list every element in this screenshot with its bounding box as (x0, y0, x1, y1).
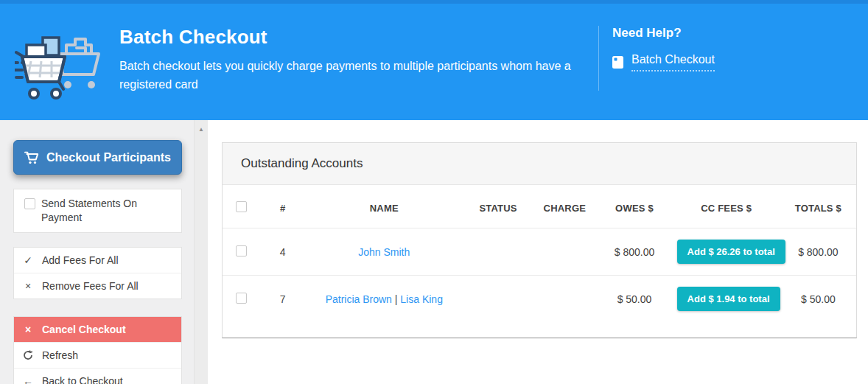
total-cell: $ 50.00 (780, 276, 856, 323)
page-subtitle: Batch checkout lets you quickly charge p… (119, 57, 591, 94)
checkout-participants-label: Checkout Participants (46, 151, 171, 164)
add-fee-to-total-button[interactable]: Add $ 26.26 to total (677, 240, 785, 264)
participant-number: 7 (261, 276, 305, 323)
participant-link[interactable]: Patricia Brown (326, 293, 392, 305)
owes-cell: $ 800.00 (596, 228, 672, 276)
shopping-cart-illustration-icon (15, 24, 103, 102)
header-text-block: Batch Checkout Batch checkout lets you q… (119, 22, 591, 94)
x-icon: × (23, 324, 33, 335)
column-header-owes: OWES $ (596, 185, 672, 228)
charge-cell (533, 228, 596, 276)
row-checkbox[interactable] (236, 293, 247, 304)
send-statements-checkbox[interactable] (24, 198, 35, 209)
participant-number: 4 (261, 228, 305, 276)
send-statements-label: Send Statements On Payment (41, 197, 172, 225)
page-title: Batch Checkout (119, 26, 591, 49)
add-fees-for-all-item[interactable]: ✓ Add Fees For All (14, 248, 181, 273)
row-checkbox[interactable] (236, 245, 247, 256)
content-area: Checkout Participants Send Statements On… (0, 120, 868, 384)
checkout-participants-button[interactable]: Checkout Participants (13, 140, 182, 175)
refresh-item[interactable]: Refresh (14, 342, 181, 368)
help-link-batch-checkout[interactable]: Batch Checkout (631, 53, 715, 71)
need-help-title: Need Help? (612, 26, 715, 41)
column-header-number: # (261, 185, 305, 228)
total-cell: $ 800.00 (780, 228, 856, 276)
back-to-checkout-item[interactable]: ← Back to Checkout (14, 368, 181, 384)
table-bottom-spacer (223, 322, 856, 338)
table-body: 4 John Smith $ 800.00 Add $ 26.26 to tot… (223, 228, 856, 323)
check-icon: ✓ (23, 254, 33, 266)
column-header-name: NAME (305, 185, 463, 228)
column-header-charge: CHARGE (533, 185, 596, 228)
table-row: 7 Patricia Brown | Lisa King $ 50.00 Add… (223, 276, 856, 323)
refresh-icon (23, 350, 33, 360)
participant-name-cell: Patricia Brown | Lisa King (305, 276, 463, 323)
panel-title: Outstanding Accounts (223, 143, 856, 185)
add-fees-label: Add Fees For All (42, 254, 119, 266)
sidebar: Checkout Participants Send Statements On… (0, 120, 194, 384)
fees-actions-card: ✓ Add Fees For All × Remove Fees For All (13, 247, 182, 299)
refresh-label: Refresh (42, 349, 78, 361)
checkout-actions-card: × Cancel Checkout Refresh ← Back to Chec… (13, 316, 182, 384)
remove-fees-label: Remove Fees For All (42, 280, 139, 292)
book-icon (612, 56, 623, 69)
send-statements-card: Send Statements On Payment (13, 189, 182, 233)
table-header-row: # NAME STATUS CHARGE OWES $ CC FEES $ TO… (223, 185, 856, 228)
cart-icon (24, 151, 39, 164)
back-label: Back to Checkout (42, 375, 123, 384)
participant-name-cell: John Smith (305, 228, 463, 276)
status-cell (463, 228, 533, 276)
cancel-checkout-label: Cancel Checkout (42, 324, 126, 335)
cancel-checkout-item[interactable]: × Cancel Checkout (14, 317, 181, 342)
outstanding-accounts-panel: Outstanding Accounts # NAME STATUS CHARG… (222, 142, 857, 338)
up-arrow-icon[interactable]: ▲ (195, 127, 208, 133)
header-divider (598, 26, 599, 91)
x-icon: × (23, 280, 33, 292)
select-all-checkbox[interactable] (236, 201, 247, 212)
column-header-ccfees: CC FEES $ (673, 185, 780, 228)
charge-cell (533, 276, 596, 323)
participant-link[interactable]: Lisa King (400, 293, 443, 305)
column-header-status: STATUS (463, 185, 533, 228)
owes-cell: $ 50.00 (596, 276, 672, 323)
outstanding-accounts-table: # NAME STATUS CHARGE OWES $ CC FEES $ TO… (223, 185, 856, 322)
table-row: 4 John Smith $ 800.00 Add $ 26.26 to tot… (223, 228, 856, 276)
sidebar-scrollbar[interactable]: ▲ (194, 120, 208, 384)
name-separator: | (392, 293, 400, 305)
main-area: Outstanding Accounts # NAME STATUS CHARG… (208, 120, 868, 384)
status-cell (463, 276, 533, 323)
remove-fees-for-all-item[interactable]: × Remove Fees For All (14, 273, 181, 299)
left-arrow-icon: ← (23, 375, 33, 384)
page-header: Batch Checkout Batch checkout lets you q… (0, 0, 868, 120)
need-help-block: Need Help? Batch Checkout (612, 26, 715, 71)
participant-link[interactable]: John Smith (358, 246, 410, 258)
add-fee-to-total-button[interactable]: Add $ 1.94 to total (677, 287, 780, 311)
column-header-totals: TOTALS $ (780, 185, 856, 228)
